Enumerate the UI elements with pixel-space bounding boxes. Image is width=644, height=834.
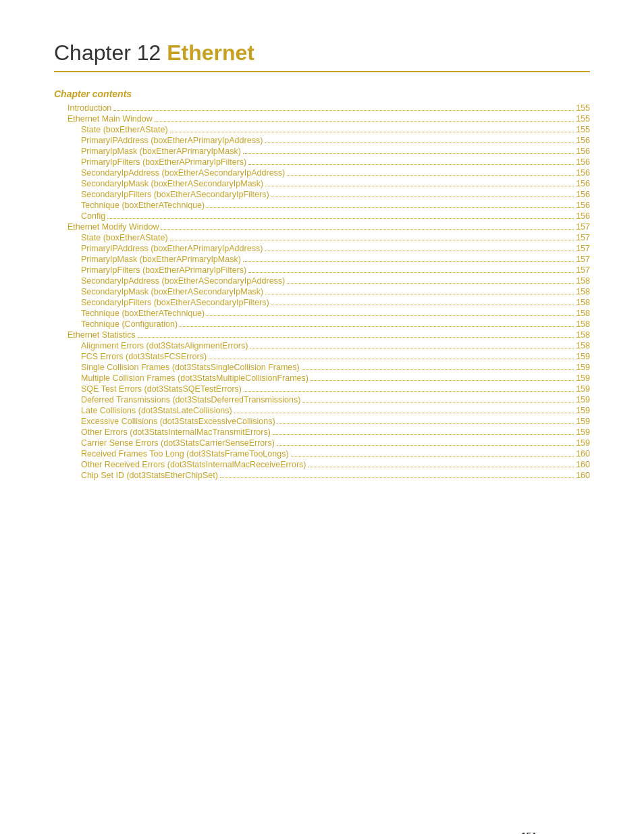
- toc-item-text: SecondaryIpMask (boxEtherASecondaryIpMas…: [81, 287, 263, 296]
- toc-item-text: Ethernet Statistics: [68, 330, 136, 340]
- toc-item: Alignment Errors (dot3StatsAlignmentErro…: [54, 341, 590, 350]
- toc-item: Other Errors (dot3StatsInternalMacTransm…: [54, 427, 590, 437]
- toc-item-dots: [113, 110, 574, 111]
- toc-item-text: SecondaryIpAddress (boxEtherASecondaryIp…: [81, 276, 285, 286]
- toc-item-page: 157: [576, 244, 590, 253]
- toc-item: Received Frames Too Long (dot3StatsFrame…: [54, 449, 590, 459]
- toc-item: PrimaryIPAddress (boxEtherAPrimaryIpAddr…: [54, 136, 590, 145]
- toc-item-page: 159: [576, 395, 590, 405]
- toc-item-text: Deferred Transmissions (dot3StatsDeferre…: [81, 395, 300, 405]
- toc-item-text: State (boxEtherAState): [81, 233, 168, 242]
- toc-item-text: Multiple Collision Frames (dot3StatsMult…: [81, 373, 308, 383]
- toc-item-dots: [265, 142, 574, 143]
- toc-item-page: 159: [576, 352, 590, 361]
- toc-item-text: Chip Set ID (dot3StatsEtherChipSet): [81, 471, 218, 480]
- toc-item-page: 156: [576, 211, 590, 221]
- toc-item-dots: [209, 359, 574, 359]
- toc-item: Multiple Collision Frames (dot3StatsMult…: [54, 373, 590, 383]
- toc-item-dots: [170, 132, 574, 132]
- toc-item-page: 158: [576, 330, 590, 340]
- toc-item-dots: [248, 164, 574, 165]
- toc-item-dots: [302, 402, 574, 402]
- toc-item-page: 158: [576, 276, 590, 286]
- toc-item-dots: [207, 207, 574, 208]
- toc-item-dots: [107, 218, 574, 219]
- toc-item-text: SecondaryIpFilters (boxEtherASecondaryIp…: [81, 190, 269, 199]
- toc-item-page: 156: [576, 190, 590, 199]
- toc-item-text: PrimaryIPAddress (boxEtherAPrimaryIpAddr…: [81, 244, 263, 253]
- toc-item-dots: [287, 283, 574, 284]
- toc-item: Deferred Transmissions (dot3StatsDeferre…: [54, 395, 590, 405]
- toc-item-text: FCS Errors (dot3StatsFCSErrors): [81, 352, 207, 361]
- chapter-title-keyword: Ethernet: [167, 41, 254, 65]
- toc-item-page: 158: [576, 309, 590, 318]
- toc-item-text: Config: [81, 211, 105, 221]
- toc-item-page: 160: [576, 471, 590, 480]
- toc-item-text: Technique (boxEtherATechnique): [81, 309, 205, 318]
- toc-item-dots: [273, 434, 574, 435]
- toc-item-text: State (boxEtherAState): [81, 125, 168, 134]
- toc-item-dots: [291, 456, 574, 457]
- toc-item: Late Collisions (dot3StatsLateCollisions…: [54, 406, 590, 415]
- toc-item-page: 158: [576, 319, 590, 329]
- toc-item-dots: [243, 153, 574, 154]
- toc-item-dots: [271, 305, 574, 305]
- toc-item-page: 158: [576, 298, 590, 307]
- toc-item-page: 156: [576, 179, 590, 188]
- toc-item: SecondaryIpAddress (boxEtherASecondaryIp…: [54, 276, 590, 286]
- toc-item: SecondaryIpFilters (boxEtherASecondaryIp…: [54, 190, 590, 199]
- toc-item-page: 158: [576, 287, 590, 296]
- toc-item-dots: [234, 413, 574, 413]
- toc-item: SecondaryIpFilters (boxEtherASecondaryIp…: [54, 298, 590, 307]
- toc-item-dots: [244, 391, 574, 392]
- toc-item: SecondaryIpMask (boxEtherASecondaryIpMas…: [54, 287, 590, 296]
- toc-item-text: SecondaryIpAddress (boxEtherASecondaryIp…: [81, 168, 285, 178]
- toc-item: PrimaryIPAddress (boxEtherAPrimaryIpAddr…: [54, 244, 590, 253]
- toc-item-text: SQE Test Errors (dot3StatsSQETestErrors): [81, 384, 242, 394]
- toc-item-dots: [220, 477, 574, 478]
- toc-item-text: PrimaryIpMask (boxEtherAPrimaryIpMask): [81, 255, 241, 264]
- toc-item-page: 159: [576, 363, 590, 372]
- header-rule: [54, 71, 590, 72]
- toc-item: PrimaryIpMask (boxEtherAPrimaryIpMask) 1…: [54, 255, 590, 264]
- toc-item: Chip Set ID (dot3StatsEtherChipSet) 160: [54, 471, 590, 480]
- toc-item-dots: [308, 467, 574, 467]
- toc-item-page: 156: [576, 136, 590, 145]
- toc-item: State (boxEtherAState) 157: [54, 233, 590, 242]
- page-wrapper: Chapter 12 Ethernet Chapter contents Int…: [54, 41, 590, 834]
- toc-item-text: Other Errors (dot3StatsInternalMacTransm…: [81, 427, 271, 437]
- toc-item-page: 157: [576, 222, 590, 232]
- toc-item: Ethernet Statistics158: [54, 330, 590, 340]
- toc-item-page: 156: [576, 157, 590, 167]
- toc-item-text: PrimaryIPAddress (boxEtherAPrimaryIpAddr…: [81, 136, 263, 145]
- toc-item-text: SecondaryIpFilters (boxEtherASecondaryIp…: [81, 298, 269, 307]
- chapter-title: Chapter 12 Ethernet: [54, 41, 590, 66]
- toc-item: Other Received Errors (dot3StatsInternal…: [54, 460, 590, 469]
- toc-item-dots: [265, 294, 574, 294]
- toc-item-text: Technique (boxEtherATechnique): [81, 201, 205, 210]
- toc-item-page: 160: [576, 449, 590, 459]
- toc-item-dots: [248, 272, 574, 273]
- toc-item-page: 160: [576, 460, 590, 469]
- toc-item-dots: [265, 251, 574, 251]
- chapter-prefix: Chapter 12: [54, 41, 167, 65]
- toc-item-dots: [302, 369, 574, 370]
- toc-item: Excessive Collisions (dot3StatsExcessive…: [54, 417, 590, 426]
- toc-item-page: 158: [576, 341, 590, 350]
- toc-item-page: 159: [576, 406, 590, 415]
- toc-item-page: 159: [576, 427, 590, 437]
- toc-item: Technique (Configuration) 158: [54, 319, 590, 329]
- toc-item-dots: [271, 197, 574, 197]
- toc-item-page: 157: [576, 233, 590, 242]
- toc-item: FCS Errors (dot3StatsFCSErrors) 159: [54, 352, 590, 361]
- toc-item-text: SecondaryIpMask (boxEtherASecondaryIpMas…: [81, 179, 263, 188]
- toc-item: SQE Test Errors (dot3StatsSQETestErrors)…: [54, 384, 590, 394]
- toc-item: SecondaryIpAddress (boxEtherASecondaryIp…: [54, 168, 590, 178]
- toc-item-text: PrimaryIpMask (boxEtherAPrimaryIpMask): [81, 147, 241, 156]
- toc-item-text: Single Collision Frames (dot3StatsSingle…: [81, 363, 300, 372]
- toc-item-dots: [265, 186, 574, 186]
- toc-item-text: Technique (Configuration): [81, 319, 178, 329]
- toc-item-dots: [250, 348, 574, 348]
- toc-item-dots: [277, 423, 574, 424]
- toc-item-page: 159: [576, 438, 590, 448]
